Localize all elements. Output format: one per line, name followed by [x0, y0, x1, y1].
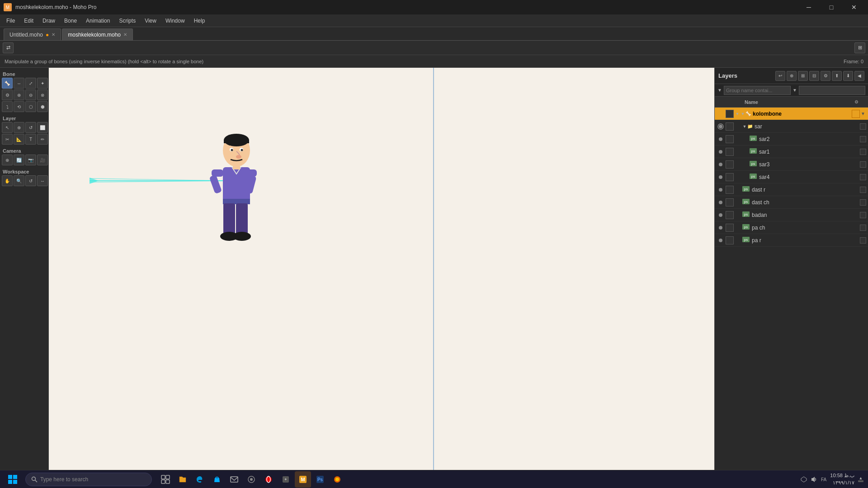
volume-icon[interactable] — [810, 476, 817, 483]
layer-check-pa-r[interactable] — [726, 236, 734, 244]
layers-collapse[interactable]: ◀ — [854, 71, 864, 81]
bone-tool-9[interactable]: ⤵ — [2, 101, 13, 112]
menu-scripts[interactable]: Scripts — [114, 16, 140, 26]
layer-menu-kolombone[interactable]: ▼ — [860, 111, 866, 116]
bone-tool-2[interactable]: ↔ — [14, 78, 24, 89]
layer-tool-8[interactable]: ✏ — [37, 134, 48, 145]
layer-tool-1[interactable]: ↖ — [2, 122, 13, 133]
bone-tool-1[interactable]: 🦴 — [2, 78, 13, 89]
taskbar-app-task-view[interactable] — [157, 471, 174, 488]
layer-visibility-badan[interactable] — [717, 211, 725, 219]
menu-help[interactable]: Help — [189, 16, 210, 26]
layer-row-pa-r[interactable]: ps pa r — [715, 234, 868, 247]
maximize-button[interactable]: □ — [821, 0, 842, 14]
layer-row-sar[interactable]: ▼ 📁 sar — [715, 120, 868, 133]
layer-visibility-dast-r[interactable] — [717, 186, 725, 194]
layers-btn-7[interactable]: ⬇ — [843, 71, 853, 81]
layer-check-sar[interactable] — [726, 122, 734, 131]
bone-tool-8[interactable]: ⊗ — [37, 89, 48, 100]
filter-input[interactable] — [724, 86, 791, 95]
menu-animation[interactable]: Animation — [81, 16, 114, 26]
layer-row-dast-ch[interactable]: ps dast ch — [715, 196, 868, 209]
minimize-button[interactable]: ─ — [798, 0, 819, 14]
bone-tool-6[interactable]: ⊕ — [14, 89, 24, 100]
layer-tool-3[interactable]: ↺ — [25, 122, 36, 133]
layer-tool-7[interactable]: T — [25, 134, 36, 145]
layers-btn-6[interactable]: ⬆ — [832, 71, 842, 81]
layer-row-sar2[interactable]: ps sar2 — [715, 133, 868, 145]
workspace-tool-1[interactable]: ✋ — [2, 175, 13, 186]
bone-tool-10[interactable]: ⟲ — [14, 101, 24, 112]
layer-visibility-pa-r[interactable] — [717, 236, 725, 244]
layer-row-sar4[interactable]: ps sar4 — [715, 171, 868, 183]
bone-tool-11[interactable]: ⬡ — [25, 101, 36, 112]
bone-tool-4[interactable]: ✦ — [37, 78, 48, 89]
tab-moshkelekolom[interactable]: moshkelekolom.moho ✕ — [62, 28, 133, 40]
layer-check-badan[interactable] — [726, 211, 734, 219]
camera-tool-1[interactable]: ⊕ — [2, 155, 13, 165]
expand-sar[interactable]: ▼ — [742, 124, 747, 129]
menu-draw[interactable]: Draw — [38, 16, 60, 26]
layers-btn-4[interactable]: ⊟ — [809, 71, 819, 81]
close-button[interactable]: ✕ — [844, 0, 864, 14]
toolbar-btn-1[interactable]: ⇄ — [3, 42, 14, 53]
taskbar-app-store[interactable] — [209, 471, 225, 488]
workspace-tool-2[interactable]: 🔍 — [14, 175, 24, 186]
workspace-tool-4[interactable]: ↔ — [37, 175, 48, 186]
layer-tool-2[interactable]: ⊕ — [14, 122, 24, 133]
layer-row-kolombone[interactable]: ▼ ▼ 🦴 kolombone ▼ — [715, 108, 868, 120]
layer-check-sar1[interactable] — [726, 148, 734, 156]
menu-edit[interactable]: Edit — [19, 16, 38, 26]
taskbar-search[interactable]: Type here to search — [25, 473, 152, 486]
toolbar-btn-layers[interactable]: ⊞ — [854, 42, 865, 53]
layer-visibility-sar2[interactable] — [717, 135, 725, 143]
bone-tool-12[interactable]: ⬢ — [37, 101, 48, 112]
layer-tool-6[interactable]: 📐 — [14, 134, 24, 145]
layers-btn-3[interactable]: ⊞ — [798, 71, 808, 81]
layer-check-sar3[interactable] — [726, 160, 734, 169]
layer-visibility-sar1[interactable] — [717, 148, 725, 156]
menu-bone[interactable]: Bone — [60, 16, 81, 26]
tab-moshkelekolom-close[interactable]: ✕ — [123, 32, 127, 37]
workspace-tool-3[interactable]: ↺ — [25, 175, 36, 186]
camera-tool-2[interactable]: 🔄 — [14, 155, 24, 165]
bone-tool-5[interactable]: ⚙ — [2, 89, 13, 100]
tab-untitled[interactable]: Untitled.moho ● ✕ — [4, 28, 61, 40]
taskbar-app-moho[interactable]: M — [295, 471, 311, 488]
bone-tool-7[interactable]: ⊖ — [25, 89, 36, 100]
layer-row-dast-r[interactable]: ps dast r — [715, 183, 868, 196]
layer-row-badan[interactable]: ps badan — [715, 209, 868, 221]
layer-visibility-sar[interactable] — [717, 122, 725, 131]
filter-input-2[interactable] — [799, 86, 865, 95]
taskbar-app-audio[interactable] — [243, 471, 259, 488]
expand-kolombone[interactable]: ▼ — [735, 111, 740, 117]
layer-tool-5[interactable]: ✂ — [2, 134, 13, 145]
layer-visibility-sar3[interactable] — [717, 160, 725, 169]
start-button[interactable] — [4, 470, 22, 488]
menu-file[interactable]: File — [2, 16, 19, 26]
layer-tool-4[interactable]: ⬜ — [37, 122, 48, 133]
layer-row-sar3[interactable]: ps sar3 — [715, 158, 868, 171]
layers-btn-1[interactable]: ↩ — [775, 71, 785, 81]
tab-untitled-close[interactable]: ✕ — [52, 32, 55, 37]
taskbar-app-firefox[interactable] — [329, 471, 345, 488]
taskbar-app-mail[interactable] — [226, 471, 242, 488]
layer-check-dast-r[interactable] — [726, 186, 734, 194]
taskbar-app-file-explorer[interactable] — [175, 471, 191, 488]
taskbar-app-calc[interactable]: + — [278, 471, 294, 488]
layer-visibility-dast-ch[interactable] — [717, 198, 725, 206]
menu-view[interactable]: View — [140, 16, 161, 26]
taskbar-app-ps[interactable]: Ps — [312, 471, 328, 488]
layer-check-pa-ch[interactable] — [726, 224, 734, 232]
layer-row-sar1[interactable]: ps sar1 — [715, 145, 868, 158]
layer-visibility-sar4[interactable] — [717, 173, 725, 181]
layers-btn-5[interactable]: ⚙ — [821, 71, 830, 81]
camera-tool-3[interactable]: 📷 — [25, 155, 36, 165]
expand2-kolombone[interactable]: ▼ — [740, 111, 745, 117]
layers-btn-2[interactable]: ⊕ — [787, 71, 797, 81]
taskbar-app-edge[interactable] — [192, 471, 208, 488]
menu-window[interactable]: Window — [161, 16, 189, 26]
layer-check-sar2[interactable] — [726, 135, 734, 143]
layer-visibility-kolombone[interactable] — [717, 110, 725, 118]
taskbar-app-opera[interactable] — [260, 471, 277, 488]
